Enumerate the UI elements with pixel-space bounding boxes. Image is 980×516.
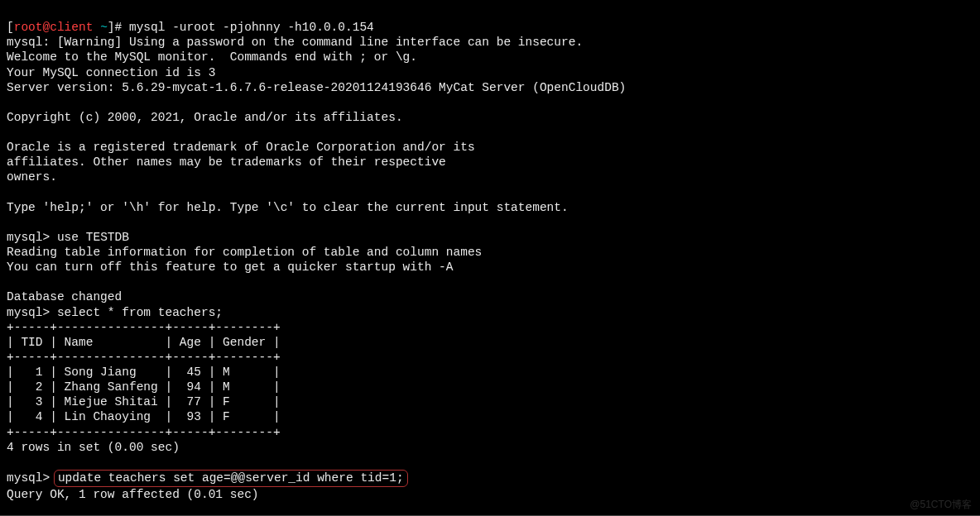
- output-line: Copyright (c) 2000, 2021, Oracle and/or …: [7, 111, 403, 124]
- highlighted-command: update teachers set age=@@server_id wher…: [54, 470, 408, 487]
- output-line: You can turn off this feature to get a q…: [7, 260, 454, 274]
- sql-command: use TESTDB: [57, 231, 129, 244]
- output-line: mysql: [Warning] Using a password on the…: [7, 36, 583, 49]
- output-line: Reading table information for completion…: [7, 246, 482, 259]
- table-row: | 3 | Miejue Shitai | 77 | F |: [7, 395, 281, 408]
- mysql-prompt: mysql>: [7, 471, 57, 485]
- output-line: Your MySQL connection id is 3: [7, 66, 215, 79]
- shell-command: mysql -uroot -pjohnny -h10.0.0.154: [129, 21, 374, 34]
- mysql-prompt: mysql>: [7, 306, 57, 319]
- output-line: Welcome to the MySQL monitor. Commands e…: [7, 50, 417, 64]
- table-row: | 1 | Song Jiang | 45 | M |: [7, 366, 281, 379]
- output-line: Server version: 5.6.29-mycat-1.6.7.6-rel…: [7, 81, 626, 94]
- shell-prompt: [root@client ~]#: [7, 21, 129, 34]
- table-border: +-----+---------------+-----+--------+: [7, 426, 281, 439]
- table-row: | 4 | Lin Chaoying | 93 | F |: [7, 410, 281, 423]
- table-border: +-----+---------------+-----+--------+: [7, 321, 281, 334]
- table-border: +-----+---------------+-----+--------+: [7, 351, 281, 364]
- output-line: Oracle is a registered trademark of Orac…: [7, 141, 475, 154]
- mysql-prompt: mysql>: [7, 231, 57, 244]
- result-line: Query OK, 1 row affected (0.01 sec): [7, 488, 259, 501]
- sql-command: select * from teachers;: [57, 306, 223, 319]
- result-line: 4 rows in set (0.00 sec): [7, 441, 180, 454]
- sql-command: update teachers set age=@@server_id wher…: [58, 471, 404, 485]
- output-line: Database changed: [7, 290, 122, 303]
- table-header: | TID | Name | Age | Gender |: [7, 336, 281, 349]
- output-line: Type 'help;' or '\h' for help. Type '\c'…: [7, 201, 569, 214]
- terminal-output[interactable]: [root@client ~]# mysql -uroot -pjohnny -…: [0, 0, 980, 507]
- output-line: owners.: [7, 170, 57, 184]
- watermark: @51CTO博客: [910, 499, 972, 511]
- output-line: affiliates. Other names may be trademark…: [7, 155, 446, 169]
- table-row: | 2 | Zhang Sanfeng | 94 | M |: [7, 380, 281, 394]
